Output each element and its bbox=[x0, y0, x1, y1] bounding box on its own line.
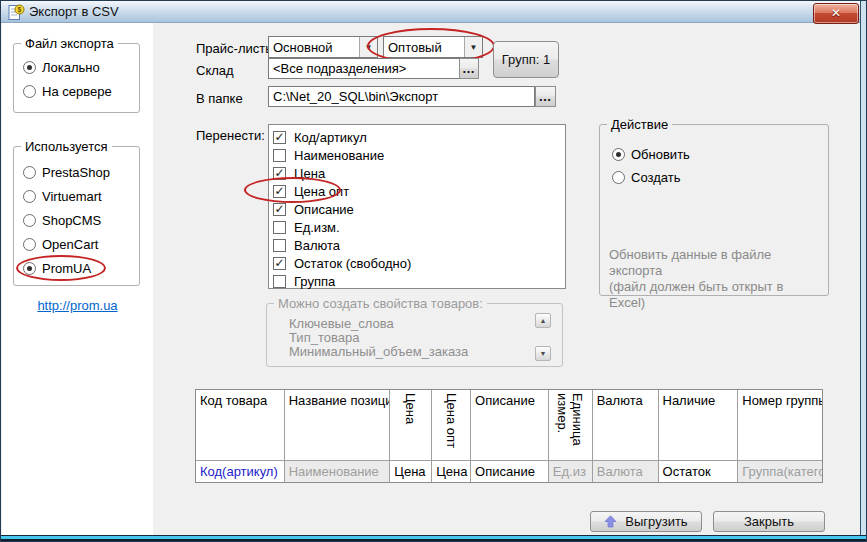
chevron-down-icon[interactable]: ▼ bbox=[359, 37, 377, 57]
check-item-gruppa[interactable]: Группа bbox=[269, 272, 565, 290]
properties-groupbox: Можно создать свойства товаров: Ключевые… bbox=[266, 303, 563, 367]
col-header: Название позиции bbox=[285, 390, 391, 460]
table-cell: Остаток bbox=[659, 461, 739, 482]
check-label: Описание bbox=[294, 202, 354, 217]
check-item-ostatok[interactable]: Остаток (свободно) bbox=[269, 254, 565, 272]
radio-update-icon[interactable] bbox=[612, 148, 625, 161]
list-item: Минимальный_объем_заказа bbox=[289, 345, 468, 359]
platform-groupbox: Используется PrestaShop Virtuemart ShopC… bbox=[13, 146, 140, 286]
col-header: Код товара bbox=[196, 390, 285, 460]
check-item-naimenovanie[interactable]: Наименование bbox=[269, 146, 565, 164]
pricelist-primary-select[interactable]: Основной ▼ bbox=[268, 36, 378, 58]
radio-promua[interactable]: PromUA bbox=[23, 261, 91, 276]
export-file-group-title: Файл экспорта bbox=[21, 36, 118, 51]
chevron-down-icon[interactable]: ▼ bbox=[464, 37, 482, 57]
check-label: Остаток (свободно) bbox=[294, 256, 411, 271]
list-item: Ключевые_слова bbox=[289, 317, 468, 331]
col-header: Единица измер. bbox=[549, 390, 593, 460]
table-cell: Группа(категор bbox=[738, 461, 822, 482]
pricelists-label: Прайс-листы bbox=[196, 41, 275, 56]
groups-button[interactable]: Групп: 1 bbox=[493, 41, 559, 78]
radio-shopcms[interactable]: ShopCMS bbox=[23, 213, 101, 228]
checkbox-icon[interactable] bbox=[273, 275, 286, 288]
radio-virtuemart[interactable]: Virtuemart bbox=[23, 189, 102, 204]
checkbox-icon[interactable] bbox=[273, 131, 286, 144]
close-button-label: Закрыть bbox=[744, 514, 794, 529]
col-header: Валюта bbox=[593, 390, 659, 460]
left-panel: Файл экспорта Локально На сервере Исполь… bbox=[2, 23, 153, 537]
checkbox-icon[interactable] bbox=[273, 203, 286, 216]
checkbox-icon[interactable] bbox=[273, 221, 286, 234]
scroll-up-icon[interactable]: ▲ bbox=[535, 313, 551, 328]
export-csv-dialog: $ Экспорт в CSV ✕ Файл экспорта Локально… bbox=[0, 0, 867, 542]
export-button[interactable]: Выгрузить bbox=[590, 511, 702, 532]
checkbox-icon[interactable] bbox=[273, 167, 286, 180]
checkbox-icon[interactable] bbox=[273, 185, 286, 198]
action-hint: Обновить данные в файле экспорта (файл д… bbox=[609, 247, 821, 311]
export-button-label: Выгрузить bbox=[625, 514, 687, 529]
warehouse-field[interactable]: <Все подразделения> bbox=[268, 58, 460, 79]
check-label: Цена опт bbox=[294, 184, 349, 199]
prom-link[interactable]: http://prom.ua bbox=[37, 298, 117, 313]
pricelist-primary-value: Основной bbox=[269, 39, 359, 56]
close-button[interactable]: Закрыть bbox=[713, 511, 825, 532]
table-cell: Наименование bbox=[285, 461, 391, 482]
radio-opencart-icon[interactable] bbox=[23, 238, 36, 251]
radio-shopcms-icon[interactable] bbox=[23, 214, 36, 227]
pricelist-secondary-value: Оптовый bbox=[384, 39, 464, 56]
action-group-title: Действие bbox=[607, 117, 672, 132]
check-item-cena[interactable]: Цена bbox=[269, 164, 565, 182]
radio-promua-icon[interactable] bbox=[23, 262, 36, 275]
pricelist-secondary-select[interactable]: Оптовый ▼ bbox=[383, 36, 483, 58]
table-cell: Валюта bbox=[593, 461, 659, 482]
warehouse-label: Склад bbox=[196, 63, 234, 78]
checkbox-icon[interactable] bbox=[273, 239, 286, 252]
radio-server[interactable]: На сервере bbox=[23, 84, 112, 99]
close-icon[interactable]: ✕ bbox=[813, 3, 859, 24]
action-groupbox: Действие Обновить Создать Обновить данны… bbox=[599, 124, 829, 296]
radio-opencart[interactable]: OpenCart bbox=[23, 237, 98, 252]
svg-text:$: $ bbox=[18, 6, 22, 14]
check-label: Наименование bbox=[294, 148, 384, 163]
radio-local[interactable]: Локально bbox=[23, 60, 100, 75]
table-header-row: Код товара Название позиции Цена Цена оп… bbox=[196, 390, 822, 461]
radio-update[interactable]: Обновить bbox=[612, 147, 690, 162]
radio-create[interactable]: Создать bbox=[612, 170, 680, 185]
radio-create-icon[interactable] bbox=[612, 171, 625, 184]
prom-link-wrap: http://prom.ua bbox=[2, 298, 153, 313]
scroll-down-icon[interactable]: ▼ bbox=[535, 346, 551, 361]
check-label: Цена bbox=[294, 166, 325, 181]
radio-virtuemart-icon[interactable] bbox=[23, 190, 36, 203]
window-border-bottom bbox=[1, 535, 867, 541]
check-item-ed-izm[interactable]: Ед.изм. bbox=[269, 218, 565, 236]
properties-scrollbar[interactable]: ▲ ▼ bbox=[535, 313, 551, 361]
radio-virtuemart-label: Virtuemart bbox=[42, 189, 102, 204]
properties-list: Ключевые_слова Тип_товара Минимальный_об… bbox=[289, 317, 468, 359]
checkbox-icon[interactable] bbox=[273, 149, 286, 162]
properties-group-title: Можно создать свойства товаров: bbox=[274, 296, 487, 311]
titlebar: $ Экспорт в CSV ✕ bbox=[1, 1, 867, 23]
check-item-valyuta[interactable]: Валюта bbox=[269, 236, 565, 254]
radio-prestashop-label: PrestaShop bbox=[42, 165, 110, 180]
radio-local-icon[interactable] bbox=[23, 61, 36, 74]
table-cell: Код(артикул) bbox=[196, 461, 285, 482]
radio-prestashop-icon[interactable] bbox=[23, 166, 36, 179]
mapping-table: Код товара Название позиции Цена Цена оп… bbox=[195, 389, 823, 483]
radio-server-icon[interactable] bbox=[23, 85, 36, 98]
radio-local-label: Локально bbox=[42, 60, 100, 75]
check-label: Ед.изм. bbox=[294, 220, 340, 235]
window-title: Экспорт в CSV bbox=[29, 4, 119, 19]
col-header: Наличие bbox=[659, 390, 739, 460]
radio-update-label: Обновить bbox=[631, 147, 690, 162]
check-item-cena-opt[interactable]: Цена опт bbox=[269, 182, 565, 200]
check-item-kod-artikul[interactable]: Код/артикул bbox=[269, 128, 565, 146]
upload-arrow-icon bbox=[604, 515, 617, 528]
folder-browse-button[interactable]: … bbox=[535, 86, 556, 107]
warehouse-browse-button[interactable]: … bbox=[459, 58, 479, 79]
checkbox-icon[interactable] bbox=[273, 257, 286, 270]
folder-field[interactable]: C:\Net_20_SQL\bin\Экспорт bbox=[268, 86, 535, 107]
check-label: Валюта bbox=[294, 238, 340, 253]
app-icon: $ bbox=[8, 4, 25, 21]
check-item-opisanie[interactable]: Описание bbox=[269, 200, 565, 218]
radio-prestashop[interactable]: PrestaShop bbox=[23, 165, 110, 180]
